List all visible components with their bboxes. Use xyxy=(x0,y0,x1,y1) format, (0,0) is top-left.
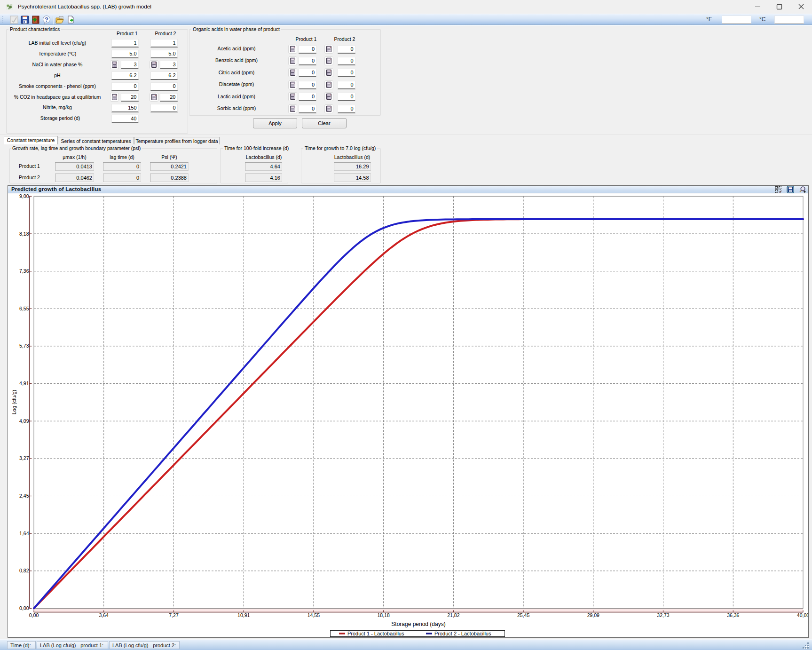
svg-text:9,00: 9,00 xyxy=(19,193,29,199)
svg-text:1,64: 1,64 xyxy=(19,531,29,536)
svg-text:21,82: 21,82 xyxy=(447,612,459,618)
svg-text:36,36: 36,36 xyxy=(727,612,739,618)
svg-text:Product 2 - Lactobacillus: Product 2 - Lactobacillus xyxy=(434,631,491,636)
svg-text:40,00: 40,00 xyxy=(797,612,808,618)
svg-text:?: ? xyxy=(45,16,48,23)
svg-text:0,00: 0,00 xyxy=(29,612,39,618)
svg-text:29,09: 29,09 xyxy=(587,612,599,618)
svg-text:2,45: 2,45 xyxy=(19,493,29,499)
svg-text:32,73: 32,73 xyxy=(657,612,669,618)
svg-text:4,91: 4,91 xyxy=(19,380,29,386)
svg-text:Log (cfu/g): Log (cfu/g) xyxy=(11,390,17,415)
svg-text:3,64: 3,64 xyxy=(99,612,109,618)
svg-text:Product 1 - Lactobacillus: Product 1 - Lactobacillus xyxy=(347,631,404,636)
svg-text:Storage period (days): Storage period (days) xyxy=(391,621,445,627)
svg-text:14,55: 14,55 xyxy=(307,612,320,618)
svg-text:3,27: 3,27 xyxy=(19,455,29,461)
svg-text:4,09: 4,09 xyxy=(19,418,29,424)
svg-text:7,27: 7,27 xyxy=(169,612,179,618)
svg-text:18,18: 18,18 xyxy=(377,612,389,618)
svg-text:0,00: 0,00 xyxy=(19,605,29,611)
svg-text:8,18: 8,18 xyxy=(19,231,29,237)
svg-text:7,36: 7,36 xyxy=(19,268,29,274)
svg-text:5,73: 5,73 xyxy=(19,343,29,349)
svg-text:6,55: 6,55 xyxy=(19,306,29,311)
svg-text:0,82: 0,82 xyxy=(19,568,29,573)
svg-text:10,91: 10,91 xyxy=(237,612,250,618)
svg-text:25,45: 25,45 xyxy=(517,612,529,618)
